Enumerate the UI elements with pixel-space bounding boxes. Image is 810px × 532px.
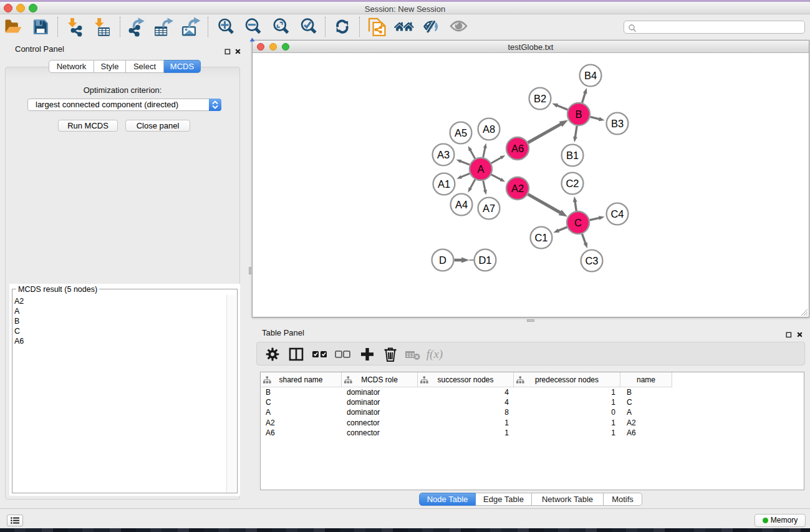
mcds-result-item[interactable]: A6 — [14, 336, 24, 346]
graph-edge-A-A1[interactable] — [456, 173, 470, 179]
memory-button[interactable]: Memory — [755, 514, 806, 527]
zoom-selected-icon[interactable] — [296, 16, 319, 38]
run-mcds-button[interactable]: Run MCDS — [58, 120, 118, 132]
table-close-panel-icon[interactable] — [796, 329, 803, 341]
graph-edge-A2-C[interactable] — [528, 194, 568, 216]
graph-edge-D-D1[interactable] — [454, 257, 474, 263]
graph-edge-A-A2[interactable] — [491, 175, 505, 182]
graph-node-A2[interactable]: A2 — [506, 177, 529, 200]
tab-network[interactable]: Network — [49, 60, 94, 73]
graph-node-A3[interactable]: A3 — [433, 144, 455, 166]
table-row[interactable]: Cdominator41C — [261, 397, 804, 407]
deselect-all-icon[interactable] — [333, 345, 352, 364]
column-header-name[interactable]: name — [620, 372, 672, 387]
first-neighbors-icon[interactable] — [393, 16, 415, 38]
zoom-in-icon[interactable] — [214, 16, 236, 38]
delete-icon[interactable] — [381, 345, 400, 364]
tab-edge-table[interactable]: Edge Table — [476, 493, 532, 506]
split-columns-icon[interactable] — [287, 345, 306, 364]
close-panel-button[interactable]: Close panel — [125, 120, 190, 132]
refresh-icon[interactable] — [330, 16, 353, 38]
open-file-icon[interactable] — [2, 16, 25, 38]
mcds-result-scrollbar[interactable] — [226, 295, 236, 493]
graph-edge-B-B4[interactable] — [582, 88, 587, 103]
graph-node-C[interactable]: C — [567, 211, 589, 234]
graph-node-A4[interactable]: A4 — [451, 194, 473, 216]
tab-select[interactable]: Select — [126, 60, 164, 73]
graph-node-A8[interactable]: A8 — [478, 118, 500, 140]
graph-edge-A-A6[interactable] — [491, 155, 506, 163]
graph-node-D1[interactable]: D1 — [475, 249, 496, 271]
gear-icon[interactable] — [263, 345, 282, 364]
column-header-successor-nodes[interactable]: successor nodes — [418, 372, 514, 387]
export-table-icon[interactable] — [153, 16, 175, 38]
column-header-MCDS-role[interactable]: MCDS role — [342, 372, 418, 387]
graph-edge-A-A4[interactable] — [468, 180, 475, 193]
mcds-result-item[interactable]: B — [14, 316, 24, 326]
zoom-fit-icon[interactable] — [269, 16, 291, 38]
network-canvas[interactable]: B4 B2 B B3 A8 A5 A6 A3 B1 A A1 C2 A2 — [253, 54, 809, 317]
zoom-out-icon[interactable] — [241, 16, 264, 38]
show-all-icon[interactable] — [448, 16, 470, 38]
mcds-result-item[interactable]: A2 — [14, 296, 24, 306]
graph-edge-B-B2[interactable] — [552, 104, 567, 110]
tab-network-table[interactable]: Network Table — [532, 493, 604, 506]
graph-node-B1[interactable]: B1 — [562, 145, 584, 167]
tab-node-table[interactable]: Node Table — [419, 493, 476, 506]
graph-edge-A6-B[interactable] — [528, 120, 568, 143]
graph-node-C3[interactable]: C3 — [581, 250, 603, 272]
graph-node-A1[interactable]: A1 — [433, 173, 455, 195]
table-float-panel-icon[interactable] — [786, 329, 792, 341]
close-panel-icon[interactable] — [234, 46, 241, 57]
splitter-collapse-arrow-icon[interactable] — [249, 37, 255, 42]
graph-node-B3[interactable]: B3 — [607, 113, 629, 135]
tab-mcds[interactable]: MCDS — [164, 60, 201, 73]
tab-style[interactable]: Style — [94, 60, 126, 73]
save-session-icon[interactable] — [29, 16, 51, 38]
float-panel-icon[interactable] — [224, 46, 231, 57]
import-network-icon[interactable] — [65, 16, 87, 38]
column-header-predecessor-nodes[interactable]: predecessor nodes — [514, 372, 620, 387]
vertical-splitter-handle[interactable] — [249, 267, 251, 274]
mcds-result-item[interactable]: C — [14, 326, 24, 336]
table-row[interactable]: A6connector11A6 — [261, 428, 804, 438]
graph-node-C2[interactable]: C2 — [562, 173, 584, 195]
mcds-result-item[interactable]: A — [14, 306, 24, 316]
graph-node-B2[interactable]: B2 — [529, 88, 551, 110]
network-window-titlebar[interactable]: testGlobe.txt — [253, 41, 809, 53]
task-history-button[interactable] — [7, 515, 23, 526]
graph-node-B[interactable]: B — [567, 103, 590, 125]
select-all-icon[interactable] — [310, 345, 329, 364]
graph-node-A5[interactable]: A5 — [450, 122, 472, 144]
graph-edge-C-C3[interactable] — [582, 234, 587, 248]
export-network-icon[interactable] — [127, 16, 149, 38]
graph-edge-A-A7[interactable] — [483, 181, 487, 195]
graph-node-A[interactable]: A — [470, 158, 492, 180]
graph-node-C1[interactable]: C1 — [531, 227, 552, 249]
graph-node-D[interactable]: D — [432, 249, 454, 271]
import-table-icon[interactable] — [89, 16, 112, 38]
export-image-icon[interactable] — [180, 16, 202, 38]
table-row[interactable]: Adominator80A — [261, 407, 804, 417]
hide-selected-icon[interactable] — [420, 16, 442, 38]
search-input[interactable] — [624, 21, 805, 34]
graph-edge-B-B1[interactable] — [573, 126, 577, 143]
graph-node-A7[interactable]: A7 — [478, 198, 500, 220]
column-header-shared-name[interactable]: shared name — [261, 372, 342, 387]
mcds-result-list[interactable]: A2ABCA6 — [14, 296, 24, 346]
graph-edge-B-B3[interactable] — [590, 117, 604, 121]
graph-edge-A-A3[interactable] — [456, 160, 470, 165]
resize-grip-icon[interactable] — [800, 308, 808, 316]
table-row[interactable]: Bdominator41B — [261, 387, 804, 397]
graph-edge-A-A8[interactable] — [483, 143, 487, 157]
graph-node-C4[interactable]: C4 — [607, 203, 629, 225]
graph-node-B4[interactable]: B4 — [580, 65, 602, 87]
graph-node-A6[interactable]: A6 — [506, 137, 529, 160]
optimization-criterion-select[interactable]: largest connected component (directed) — [27, 99, 221, 111]
graph-edge-C-C4[interactable] — [590, 216, 605, 220]
horizontal-splitter-handle[interactable] — [527, 319, 534, 322]
graph-edge-C-C2[interactable] — [573, 196, 577, 211]
graph-edge-A-A5[interactable] — [468, 146, 475, 158]
tab-motifs[interactable]: Motifs — [604, 493, 642, 506]
table-row[interactable]: A2connector11A2 — [261, 418, 804, 428]
